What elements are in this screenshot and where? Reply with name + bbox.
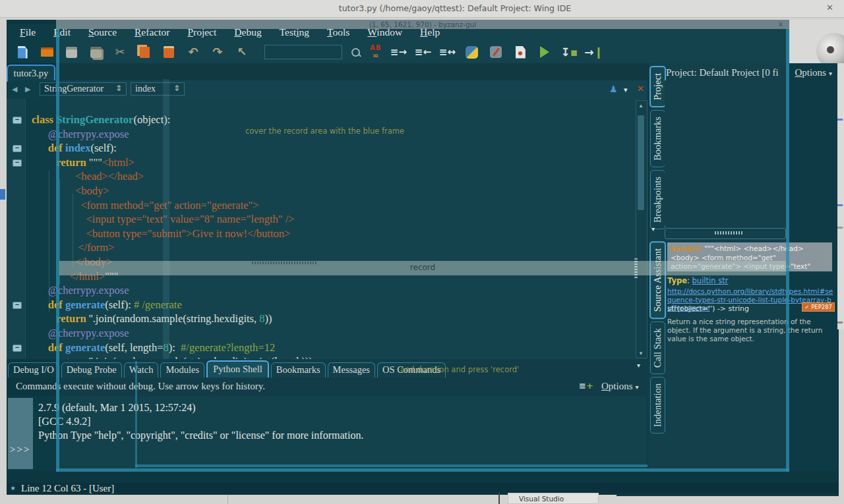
tab-bookmarks[interactable]: Bookmarks xyxy=(271,362,326,378)
pep287-badge: ✓ PEP287 xyxy=(802,302,835,312)
save-icon[interactable] xyxy=(63,44,79,60)
save-all-icon[interactable] xyxy=(88,44,104,60)
redo-icon[interactable]: ↷ xyxy=(210,44,226,60)
shell-gutter xyxy=(8,398,33,469)
indent-left-icon[interactable]: ≡← xyxy=(415,44,431,60)
tab-debug-probe[interactable]: Debug Probe xyxy=(61,362,122,378)
code-line[interactable]: return """<html> xyxy=(32,155,638,170)
nav-back-icon[interactable]: ◀ xyxy=(12,85,17,94)
member-dropdown[interactable]: index⇕ xyxy=(131,82,185,96)
editor-scrollbar[interactable]: ▴ ▾ xyxy=(636,100,648,358)
copy-icon[interactable] xyxy=(136,44,152,60)
fold-marker[interactable]: − xyxy=(13,117,22,124)
code-line[interactable]: @cherrypy.expose xyxy=(32,283,638,298)
taskbar-item-visual-studio[interactable]: Visual Studio xyxy=(508,493,599,504)
new-file-icon[interactable] xyxy=(15,44,30,60)
shell-options-button[interactable]: Options▾ xyxy=(601,381,639,392)
goto-symbol-icon[interactable]: ♟ xyxy=(609,84,618,94)
replace-icon[interactable]: AB∞ xyxy=(370,44,381,60)
scope-value: StringGenerator xyxy=(44,84,104,94)
record-frame-bottom[interactable] xyxy=(56,468,789,472)
code-line[interactable]: </form> xyxy=(32,240,638,255)
search-icon[interactable] xyxy=(347,44,363,60)
panel-tab-bookmarks[interactable]: Bookmarks xyxy=(650,110,665,167)
tab-python-shell[interactable]: Python Shell xyxy=(206,360,269,378)
collapse-panel-icon[interactable]: ▾ xyxy=(651,225,655,233)
paste-icon[interactable] xyxy=(161,44,177,60)
record-frame-left[interactable] xyxy=(56,29,59,472)
step-down-icon[interactable]: ↧▪ xyxy=(561,44,577,60)
project-file-list[interactable] xyxy=(665,80,837,225)
code-line[interactable]: return ''.join(random.sample(string.hexd… xyxy=(32,354,638,359)
sliver-mark xyxy=(837,119,843,121)
code-line[interactable]: <form method="get" action="generate"> xyxy=(32,198,638,213)
search-input[interactable] xyxy=(264,45,342,59)
new-shell-icon[interactable]: ≡+ xyxy=(579,381,593,391)
updown-icon: ⇕ xyxy=(173,84,180,93)
record-button[interactable]: record xyxy=(59,261,786,275)
fold-marker[interactable]: − xyxy=(13,145,22,152)
debug-file-icon[interactable] xyxy=(512,44,528,60)
code-line[interactable]: def generate(self): # /generate xyxy=(32,298,638,312)
scrollbar-thumb[interactable] xyxy=(638,115,644,210)
shell-output: 2.7.9 (default, Mar 1 2015, 12:57:24)[GC… xyxy=(38,401,363,442)
panel-tab-project[interactable]: Project xyxy=(649,66,666,107)
shell-prompt: >>> xyxy=(10,444,30,455)
fold-marker[interactable]: − xyxy=(13,159,22,167)
chevron-down-icon[interactable]: ▾ xyxy=(624,86,628,94)
code-line[interactable]: <input type="text" value="8" name="lengt… xyxy=(32,212,638,227)
code-line[interactable]: <button type="submit">Give it now!</butt… xyxy=(32,227,638,241)
window-close-icon[interactable]: ✕ xyxy=(826,3,833,13)
overlay-frame-edge xyxy=(135,464,648,467)
builtin-str-link[interactable]: builtin str xyxy=(692,276,729,285)
step-into-icon[interactable]: →❙ xyxy=(586,44,601,60)
debug-bug-icon[interactable]: ✶ xyxy=(10,484,16,493)
scroll-up-icon[interactable]: ▴ xyxy=(636,102,646,109)
code-line[interactable]: class StringGenerator(object): xyxy=(32,113,638,127)
menu-file[interactable]: File xyxy=(20,26,36,38)
project-options-button[interactable]: Options▾ xyxy=(795,67,832,78)
python-shell[interactable]: >>> 2.7.9 (default, Mar 1 2015, 12:57:24… xyxy=(8,397,646,470)
indent-right-icon[interactable]: ≡→ xyxy=(390,44,406,60)
code-line[interactable]: <body> xyxy=(32,184,638,198)
taskbar-divider xyxy=(227,495,228,504)
code-line[interactable]: def index(self): xyxy=(32,141,638,155)
panel-tab-call-stack[interactable]: Call Stack xyxy=(650,322,665,374)
build-tools-icon[interactable] xyxy=(488,44,504,60)
code-line[interactable]: def generate(self, length=8): #/generate… xyxy=(32,341,638,355)
code-line[interactable]: return ''.join(random.sample(string.hexd… xyxy=(32,312,638,326)
code-text[interactable]: class StringGenerator(object): @cherrypy… xyxy=(32,99,638,359)
indent-match-icon[interactable]: ≡↔ xyxy=(439,44,455,60)
tab-watch[interactable]: Watch xyxy=(124,362,159,378)
open-folder-icon[interactable] xyxy=(39,44,55,60)
close-editor-icon[interactable]: ✕ xyxy=(637,84,644,94)
recorder-titlebar[interactable]: (1, 65, 1621, 970) - byzanz-gui x xyxy=(56,20,789,29)
tab-messages[interactable]: Messages xyxy=(328,362,375,378)
panel-tab-indentation[interactable]: Indentation xyxy=(650,377,665,434)
overlay-frame-edge xyxy=(135,361,137,468)
code-editor[interactable]: −−−−− class StringGenerator(object): @ch… xyxy=(7,99,649,359)
fold-marker[interactable]: − xyxy=(13,302,22,309)
python-icon[interactable] xyxy=(464,44,479,60)
nav-forward-icon[interactable]: ▶ xyxy=(25,85,30,94)
code-line[interactable]: @cherrypy.expose xyxy=(32,326,638,341)
shell-hint-text: Commands execute without debug. Use arro… xyxy=(16,381,265,392)
panel-tab-breakpoints[interactable]: Breakpoints xyxy=(650,170,665,229)
cut-icon[interactable]: ✂ xyxy=(112,44,128,60)
panel-tab-source-assistant[interactable]: Source Assistant xyxy=(649,241,666,319)
record-frame-right[interactable] xyxy=(786,29,789,472)
scroll-down-icon[interactable]: ▾ xyxy=(636,350,646,356)
tab-modules[interactable]: Modules xyxy=(160,362,204,378)
fold-marker[interactable]: − xyxy=(13,345,22,352)
collapse-bottom-icon[interactable]: ▾ xyxy=(637,362,640,369)
run-icon[interactable] xyxy=(537,44,553,60)
resize-handle-dots[interactable] xyxy=(715,231,742,235)
scope-dropdown[interactable]: StringGenerator⇕ xyxy=(40,82,127,96)
tab-tutor3-py[interactable]: tutor3.py xyxy=(7,65,55,82)
window-titlebar[interactable]: tutor3.py (/home/gaoy/qttest): Default P… xyxy=(0,0,844,18)
tab-debug-i-o[interactable]: Debug I/O xyxy=(8,362,59,378)
code-line[interactable]: <head></head> xyxy=(32,169,638,184)
undo-icon[interactable]: ↶ xyxy=(185,44,201,60)
recorder-close-icon[interactable]: x xyxy=(779,20,783,28)
select-tool-icon[interactable]: ↖ xyxy=(234,44,250,60)
